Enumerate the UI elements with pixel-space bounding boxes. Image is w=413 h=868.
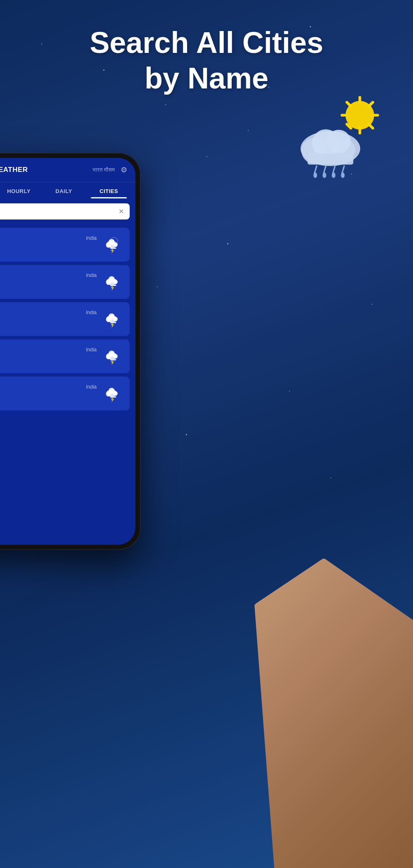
svg-marker-53 <box>111 397 114 402</box>
phone-screen: ☰ INDIA WEATHER भारत मौसम ⚙ TODAY HOURLY… <box>0 158 135 545</box>
storm-svg-delhi <box>103 235 122 254</box>
svg-rect-34 <box>110 284 116 286</box>
city-country-kolkata: India <box>86 310 97 315</box>
svg-point-19 <box>313 172 317 178</box>
clear-icon[interactable]: ✕ <box>119 207 124 215</box>
svg-point-13 <box>327 130 351 154</box>
svg-rect-46 <box>110 359 116 360</box>
city-name-delhi: Delhi <box>0 236 86 246</box>
weather-icon-delhi <box>102 234 123 255</box>
header-line1: Search All Cities <box>25 25 388 60</box>
svg-point-22 <box>341 172 345 178</box>
tabs-container: TODAY HOURLY DAILY CITIES <box>0 182 135 198</box>
svg-point-27 <box>109 239 115 245</box>
city-info-chennai: Chennai Tamil Nādu <box>0 385 86 402</box>
city-country-mumbai: India <box>86 272 97 278</box>
city-info-delhi: Delhi Delhi <box>0 236 86 253</box>
weather-icon-chennai <box>102 383 123 404</box>
hand-decoration <box>215 558 413 868</box>
city-card-kolkata[interactable]: Kolkāta West Bengal India <box>0 302 130 336</box>
svg-rect-28 <box>110 247 116 249</box>
city-region-mumbai: Mahārāshtra <box>0 284 86 291</box>
city-card-bangalore[interactable]: Bangalore Karnātaka India <box>0 339 130 373</box>
search-bar[interactable]: 🔍 ✕ <box>0 203 130 219</box>
city-info-mumbai: Mumbai Mahārāshtra <box>0 274 86 291</box>
cloud-rain-icon <box>289 120 372 182</box>
phone-frame: ☰ INDIA WEATHER भारत मौसम ⚙ TODAY HOURLY… <box>0 153 140 550</box>
storm-svg-bangalore <box>103 347 122 366</box>
city-name-bangalore: Bangalore <box>0 348 86 358</box>
svg-point-39 <box>109 313 115 320</box>
city-card-delhi[interactable]: Delhi Delhi India <box>0 228 130 262</box>
weather-icon-mumbai <box>102 272 123 292</box>
weather-icon-kolkata <box>102 309 123 329</box>
svg-marker-35 <box>111 285 114 291</box>
city-country-bangalore: India <box>86 347 97 353</box>
svg-point-20 <box>323 172 326 178</box>
svg-point-45 <box>109 351 115 357</box>
settings-icon[interactable]: ⚙ <box>121 165 127 174</box>
svg-line-7 <box>369 102 373 106</box>
city-name-chennai: Chennai <box>0 385 86 395</box>
tab-daily[interactable]: DAILY <box>41 182 86 198</box>
svg-line-5 <box>347 102 351 106</box>
tab-cities[interactable]: CITIES <box>86 182 131 198</box>
city-info-kolkata: Kolkāta West Bengal <box>0 311 86 328</box>
city-country-delhi: India <box>86 235 97 241</box>
svg-marker-41 <box>111 322 114 328</box>
tab-hourly[interactable]: HOURLY <box>0 182 41 198</box>
svg-point-21 <box>332 172 335 178</box>
city-info-bangalore: Bangalore Karnātaka <box>0 348 86 365</box>
header-line2: by Name <box>25 60 388 96</box>
weather-decoration <box>289 99 380 182</box>
city-name-kolkata: Kolkāta <box>0 311 86 320</box>
city-region-delhi: Delhi <box>0 247 86 253</box>
city-region-chennai: Tamil Nādu <box>0 396 86 402</box>
svg-marker-29 <box>111 248 114 253</box>
phone-wrapper: ☰ INDIA WEATHER भारत मौसम ⚙ TODAY HOURLY… <box>0 153 149 566</box>
app-bar: ☰ INDIA WEATHER भारत मौसम ⚙ <box>0 158 135 182</box>
city-card-mumbai[interactable]: Mumbai Mahārāshtra India <box>0 265 130 299</box>
weather-icon-bangalore <box>102 346 123 367</box>
svg-point-33 <box>109 276 115 282</box>
storm-svg-kolkata <box>103 310 122 329</box>
storm-svg-mumbai <box>103 272 122 291</box>
storm-svg-chennai <box>103 384 122 403</box>
search-container: 🔍 ✕ <box>0 198 135 224</box>
city-name-mumbai: Mumbai <box>0 274 86 283</box>
svg-marker-47 <box>111 360 114 365</box>
hindi-label: भारत मौसम <box>93 167 115 173</box>
city-country-chennai: India <box>86 384 97 390</box>
svg-rect-14 <box>307 153 353 165</box>
svg-rect-40 <box>110 322 116 323</box>
app-title: INDIA WEATHER <box>0 166 87 174</box>
city-region-kolkata: West Bengal <box>0 321 86 328</box>
city-list: Delhi Delhi India <box>0 224 135 414</box>
svg-rect-52 <box>110 396 116 398</box>
header-text: Search All Cities by Name <box>0 25 413 96</box>
svg-point-51 <box>109 388 115 394</box>
city-card-chennai[interactable]: Chennai Tamil Nādu India <box>0 377 130 410</box>
city-region-bangalore: Karnātaka <box>0 358 86 365</box>
